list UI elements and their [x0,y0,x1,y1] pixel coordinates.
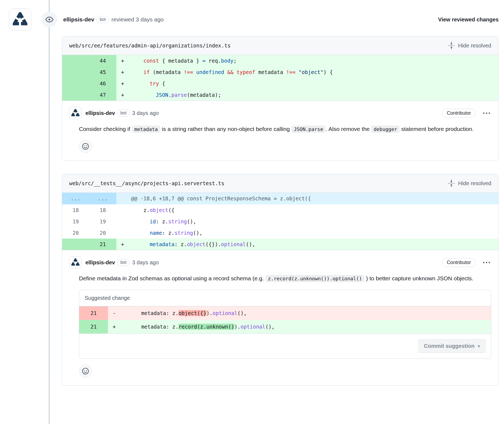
code-token: (), [193,230,202,236]
code-token: string [168,219,187,224]
diff-marker: + [116,89,129,101]
code-token [234,69,237,75]
commit-suggestion-button[interactable]: Commit suggestion ▾ [418,339,486,353]
code-token [131,69,143,75]
old-line-number [62,89,89,101]
suggestion-line-del: 21- metadata: z.object({}).optional(), [79,306,491,320]
timeline-line [49,0,50,424]
review-meta-text: reviewed 3 days ago [111,16,164,23]
comment-timestamp[interactable]: 3 days ago [132,110,159,116]
review-header-text: ellipsis-dev bot reviewed 3 days ago Vie… [63,16,499,23]
inline-code: JSON.parse [291,126,326,133]
code-token: && [227,69,234,75]
code-token: string [174,230,193,236]
eye-icon [42,12,57,27]
line-number: 21 [79,306,108,320]
code-token: (metadata); [187,92,221,98]
code-line: id: z.string(), [129,216,498,227]
add-reaction-button[interactable] [79,365,92,378]
code-token: : z. [156,219,168,224]
bot-badge: bot [96,16,109,23]
code-token: { [159,81,165,86]
code-token: try [150,81,159,86]
code-line: const { metadata } = req.body; [129,55,498,66]
file-header: web/src/ee/features/admin-api/organizati… [62,36,498,55]
code-token: z. [131,207,150,213]
code-token: ). [206,310,213,316]
kebab-menu-icon[interactable]: ••• [483,260,491,265]
code-token: body [221,58,234,64]
reviewer-name[interactable]: ellipsis-dev [63,16,94,23]
diff-marker [116,204,129,216]
code-token: parse [171,92,187,98]
contributor-badge: Contributor [442,258,476,267]
pull-request-review-timeline: ellipsis-dev bot reviewed 3 days ago Vie… [0,0,504,424]
code-token [131,81,150,86]
new-line-number: 19 [89,216,116,227]
commit-suggestion-label: Commit suggestion [424,343,475,349]
code-token [224,69,227,75]
code-token: . [168,92,171,98]
code-token: metadata: z. [123,310,178,316]
reviewer-avatar[interactable] [9,8,31,31]
hide-resolved-button[interactable]: Hide resolved [447,41,491,50]
diff-view: 44+ const { metadata } = req.body;45+ if… [62,55,498,101]
ellipsis-logo-icon [71,258,79,266]
contributor-badge: Contributor [442,109,476,118]
kebab-menu-icon[interactable]: ••• [483,110,491,116]
fold-icon [447,41,455,50]
diff-marker: + [116,55,129,66]
code-token: object [187,241,206,247]
comment-header: ellipsis-dev bot 3 days ago Contributor … [69,107,491,119]
diff-line-add: 44+ const { metadata } = req.body; [62,55,498,66]
code-line: metadata: z.object({}).optional(), [120,306,491,320]
new-line-number: 45 [89,66,116,78]
fold-icon [447,179,455,187]
code-token: metadata [150,241,175,247]
code-token: ; [234,58,237,64]
code-token [131,58,143,64]
code-token: ) { [323,69,333,75]
smiley-icon [82,143,89,150]
code-token: name [150,230,162,236]
old-line-number [62,66,89,78]
ellipsis-logo-icon [71,109,79,117]
suggested-change-title: Suggested change [79,290,491,306]
code-token: ({ [168,207,174,213]
code-token: (metadata [150,69,184,75]
old-line-number [62,78,89,89]
hide-resolved-label: Hide resolved [458,180,491,187]
diff-line-add: 21+ metadata: z.object({}).optional(), [62,239,498,250]
add-reaction-button[interactable] [79,140,92,153]
code-token: object({} [178,310,206,316]
comment-author-avatar[interactable] [69,107,82,119]
comment-author-name[interactable]: ellipsis-dev [85,110,115,116]
code-token: object [150,207,168,213]
old-line-number [62,239,89,250]
suggested-change-diff: 21- metadata: z.object({}).optional(),21… [79,306,491,333]
code-token: ({}). [206,241,221,247]
view-reviewed-changes-link[interactable]: View reviewed changes [438,17,499,23]
diff-marker: + [108,320,120,333]
code-token: (), [246,241,255,247]
code-token: @@ -18,6 +18,7 @@ const ProjectResponseS… [131,195,311,201]
file-path-link[interactable]: web/src/ee/features/admin-api/organizati… [69,43,231,49]
comment-author-name[interactable]: ellipsis-dev [85,259,115,266]
code-line: z.object({ [129,204,498,216]
inline-code: z.record(z.unknown()).optional() [266,275,365,282]
file-path-link[interactable]: web/src/__tests__/async/projects-api.ser… [69,180,224,186]
comment-author-avatar[interactable] [69,256,82,269]
review-thread-card-2: web/src/__tests__/async/projects-api.ser… [62,174,499,386]
hide-resolved-button[interactable]: Hide resolved [447,179,491,187]
code-token [131,230,150,236]
comment-body: Consider checking if metadata is a strin… [79,124,486,134]
diff-line-add: 47+ JSON.parse(metadata); [62,89,498,101]
code-token [131,241,150,247]
code-token [295,69,298,75]
code-token: ). [234,324,241,330]
code-token: const [143,58,159,64]
review-comment: ellipsis-dev bot 3 days ago Contributor … [62,250,498,385]
inline-code: metadata [132,126,160,133]
comment-timestamp[interactable]: 3 days ago [132,259,159,266]
comment-header: ellipsis-dev bot 3 days ago Contributor … [69,256,491,269]
